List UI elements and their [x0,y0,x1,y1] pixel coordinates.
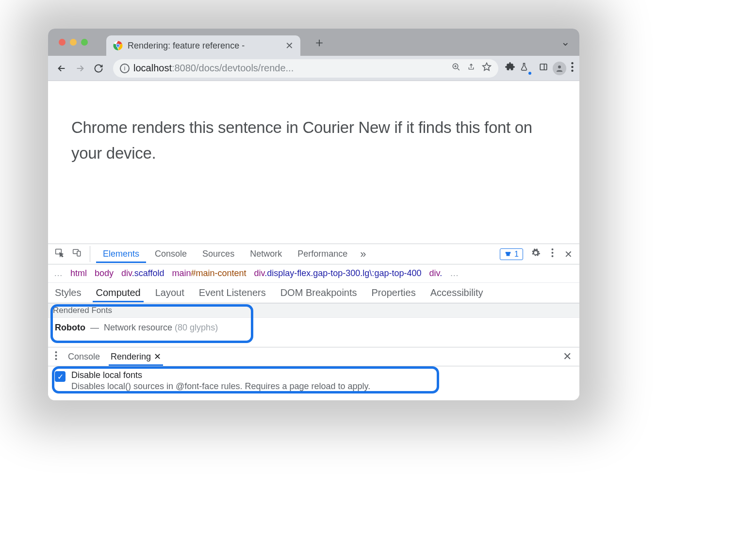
devtools-more-tabs-icon[interactable]: » [356,248,370,261]
side-tab-layout[interactable]: Layout [152,283,187,302]
window-controls [48,39,88,46]
side-tab-dom-breakpoints[interactable]: DOM Breakpoints [278,283,360,302]
svg-point-15 [552,255,554,257]
drawer-tab-close-icon[interactable]: ✕ [154,351,161,362]
breadcrumb-item[interactable]: html [70,268,87,278]
tabs-dropdown-icon[interactable]: ⌄ [561,36,570,49]
drawer-menu-icon[interactable] [53,351,59,362]
address-bar[interactable]: i localhost:8080/docs/devtools/rende... [113,59,498,78]
svg-point-14 [552,252,554,254]
svg-point-9 [571,70,573,72]
labs-icon[interactable] [520,62,534,74]
breadcrumb-item[interactable]: div.scaffold [121,268,164,278]
side-tab-properties[interactable]: Properties [369,283,419,302]
browser-window: Rendering: feature reference - ✕ ＋ ⌄ i l… [48,29,579,400]
issues-badge[interactable]: 1 [500,248,523,260]
window-close-button[interactable] [59,39,66,46]
devtools-panel: Elements Console Sources Network Perform… [48,244,579,400]
toolbar-right [505,62,574,75]
devtools-close-icon[interactable]: ✕ [561,248,575,260]
page-sample-text: Chrome renders this sentence in Courier … [48,81,579,166]
devtools-settings-icon[interactable] [528,248,543,260]
svg-point-18 [55,358,57,360]
side-tab-styles[interactable]: Styles [52,283,84,302]
drawer-tab-bar: Console Rendering ✕ ✕ [48,347,579,366]
breadcrumb-item[interactable]: div. [429,268,442,278]
svg-point-7 [571,62,573,64]
page-viewport: Chrome renders this sentence in Courier … [48,81,579,244]
inspect-icon[interactable] [52,246,67,262]
reload-button[interactable] [91,61,106,76]
svg-point-6 [558,66,561,68]
rendered-fonts-entry: Roboto — Network resource (80 glyphs) [48,318,579,338]
devtools-tab-bar: Elements Console Sources Network Perform… [48,244,579,264]
devtools-tab-network[interactable]: Network [243,245,289,263]
browser-tab[interactable]: Rendering: feature reference - ✕ [106,35,300,56]
svg-point-17 [55,355,57,357]
svg-rect-5 [540,64,547,70]
devtools-tab-performance[interactable]: Performance [291,245,354,263]
toolbar: i localhost:8080/docs/devtools/rende... [48,56,579,81]
breadcrumb-ellipsis-left[interactable]: … [54,268,63,278]
dom-breadcrumb[interactable]: … html body div.scaffold main#main-conte… [48,264,579,283]
svg-point-2 [116,44,119,47]
chrome-menu-icon[interactable] [571,62,574,74]
omnibox-actions [452,62,494,74]
disable-local-fonts-label: Disable local fonts [71,370,370,380]
svg-point-8 [571,66,573,68]
breadcrumb-item[interactable]: body [95,268,114,278]
side-panel-icon[interactable] [539,63,548,74]
rendered-fonts-section: Rendered Fonts Roboto — Network resource… [48,303,579,347]
url-text: localhost:8080/docs/devtools/rende... [133,63,448,74]
disable-local-fonts-desc: Disables local() sources in @font-face r… [71,381,370,392]
share-icon[interactable] [467,63,475,74]
chrome-favicon-icon [113,41,123,50]
bookmark-star-icon[interactable] [482,62,492,74]
svg-point-16 [55,351,57,353]
devtools-tab-sources[interactable]: Sources [196,245,241,263]
breadcrumb-item[interactable]: main#main-content [172,268,246,278]
font-source: Network resource [104,323,172,332]
tab-title: Rendering: feature reference - [128,41,279,51]
extensions-icon[interactable] [505,62,515,74]
device-toolbar-icon[interactable] [69,246,85,262]
site-info-icon[interactable]: i [120,64,130,73]
rendered-fonts-header: Rendered Fonts [48,303,579,318]
drawer-tab-rendering[interactable]: Rendering ✕ [109,347,163,366]
font-name: Roboto [55,323,85,332]
font-glyphs: (80 glyphs) [175,323,218,332]
breadcrumb-item[interactable]: div.display-flex.gap-top-300.lg\:gap-top… [254,268,422,278]
breadcrumb-ellipsis-right[interactable]: … [450,268,459,278]
svg-point-4 [528,72,531,75]
zoom-icon[interactable] [452,63,460,74]
devtools-menu-icon[interactable] [548,248,557,260]
window-maximize-button[interactable] [81,39,88,46]
disable-local-fonts-checkbox[interactable]: ✓ [55,371,66,382]
elements-side-tabs: Styles Computed Layout Event Listeners D… [48,283,579,303]
back-button[interactable] [54,61,69,76]
new-tab-button[interactable]: ＋ [313,34,326,51]
issues-count: 1 [514,250,519,259]
side-tab-computed[interactable]: Computed [93,283,143,302]
devtools-tab-elements[interactable]: Elements [96,245,146,263]
drawer-close-icon[interactable]: ✕ [560,350,575,363]
drawer-tab-console[interactable]: Console [66,348,102,366]
svg-rect-12 [77,251,81,256]
side-tab-accessibility[interactable]: Accessibility [427,283,486,302]
disable-local-fonts-row: ✓ Disable local fonts Disables local() s… [48,366,579,395]
tab-close-button[interactable]: ✕ [283,40,296,51]
svg-point-13 [552,248,554,250]
devtools-tab-console[interactable]: Console [148,245,194,263]
window-minimize-button[interactable] [70,39,77,46]
tab-strip: Rendering: feature reference - ✕ ＋ ⌄ [48,29,579,56]
profile-avatar[interactable] [553,62,566,75]
forward-button[interactable] [72,61,88,76]
side-tab-event-listeners[interactable]: Event Listeners [196,283,269,302]
